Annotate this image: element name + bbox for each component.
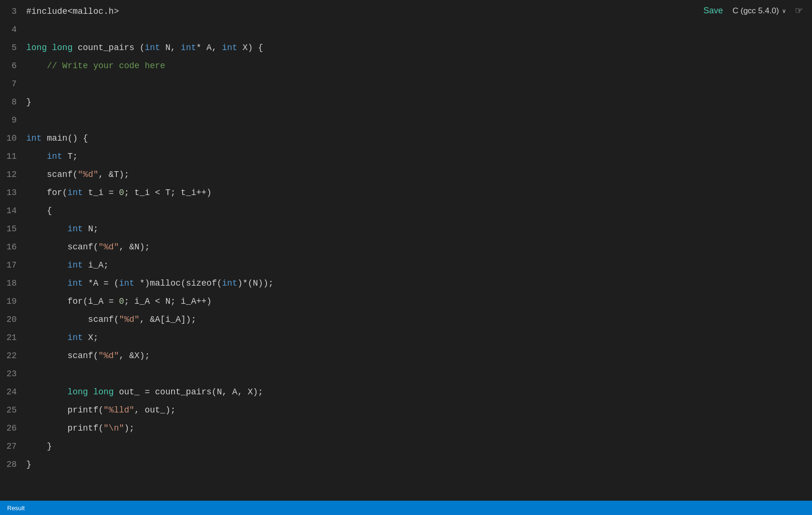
token <box>26 278 67 288</box>
code-line: 24 long long out_ = count_pairs(N, A, X)… <box>0 383 812 401</box>
line-number: 14 <box>0 202 26 220</box>
line-content: int main() { <box>26 129 88 147</box>
code-line: 16 scanf("%d", &N); <box>0 238 812 256</box>
code-line: 5long long count_pairs (int N, int* A, i… <box>0 39 812 57</box>
line-number: 28 <box>0 455 26 474</box>
line-number: 13 <box>0 184 26 202</box>
token: int <box>181 43 196 52</box>
code-line: 20 scanf("%d", &A[i_A]); <box>0 310 812 329</box>
token: "%d" <box>119 315 139 324</box>
line-number: 12 <box>0 165 26 184</box>
code-editor[interactable]: 3#include<malloc.h>45long long count_pai… <box>0 0 812 501</box>
token: "%lld" <box>103 405 134 415</box>
token: int <box>67 333 82 342</box>
token: int <box>222 43 237 52</box>
token: count_pairs ( <box>72 43 144 52</box>
token: int <box>144 43 160 52</box>
token: *)malloc(sizeof( <box>134 278 222 288</box>
token: ); <box>124 423 134 433</box>
code-line: 10int main() { <box>0 129 812 147</box>
code-line: 18 int *A = (int *)malloc(sizeof(int)*(N… <box>0 274 812 292</box>
token: printf( <box>26 405 103 415</box>
line-number: 18 <box>0 274 26 292</box>
token: #include<malloc.h> <box>26 7 119 16</box>
token: X; <box>83 333 98 342</box>
token: } <box>26 460 31 469</box>
line-number: 20 <box>0 310 26 329</box>
token <box>26 260 67 270</box>
token: t_i = <box>83 188 119 197</box>
token <box>26 224 67 234</box>
line-number: 21 <box>0 329 26 347</box>
line-number: 9 <box>0 111 26 129</box>
code-line: 23 <box>0 365 812 383</box>
token: N, <box>160 43 181 52</box>
token: { <box>26 206 52 216</box>
code-line: 12 scanf("%d", &T); <box>0 165 812 184</box>
token: } <box>26 442 52 451</box>
code-line: 4 <box>0 21 812 39</box>
token: N; <box>83 224 98 234</box>
token: int <box>67 278 82 288</box>
code-line: 14 { <box>0 202 812 220</box>
token: *A = ( <box>83 278 119 288</box>
token: 0 <box>119 297 124 306</box>
line-number: 15 <box>0 220 26 238</box>
token: printf( <box>26 423 103 433</box>
code-line: 25 printf("%lld", out_); <box>0 401 812 419</box>
token: // Write your code here <box>47 61 165 71</box>
line-number: 25 <box>0 401 26 419</box>
code-line: 8} <box>0 93 812 111</box>
code-line: 15 int N; <box>0 220 812 238</box>
line-number: 8 <box>0 93 26 111</box>
token: T; <box>62 152 78 161</box>
line-content: scanf("%d", &N); <box>26 238 150 256</box>
token: "%d" <box>78 170 98 179</box>
token: X) { <box>237 43 263 52</box>
line-number: 4 <box>0 21 26 39</box>
token: int <box>47 152 62 161</box>
line-content: scanf("%d", &X); <box>26 347 150 365</box>
code-line: 17 int i_A; <box>0 256 812 274</box>
token: scanf( <box>26 315 119 324</box>
token: "%d" <box>98 242 119 252</box>
line-content: int *A = (int *)malloc(sizeof(int)*(N)); <box>26 274 274 292</box>
line-content: #include<malloc.h> <box>26 2 119 21</box>
token: , out_); <box>134 405 175 415</box>
token: ; t_i < T; t_i++) <box>124 188 212 197</box>
token: , &N); <box>119 242 150 252</box>
line-content: scanf("%d", &T); <box>26 165 129 184</box>
code-line: 26 printf("\n"); <box>0 419 812 437</box>
token: long long <box>26 43 72 52</box>
token: scanf( <box>26 170 78 179</box>
token: i_A; <box>83 260 109 270</box>
token: for( <box>26 188 67 197</box>
code-line: 13 for(int t_i = 0; t_i < T; t_i++) <box>0 184 812 202</box>
token: "%d" <box>98 351 119 360</box>
token: long long <box>67 387 113 397</box>
token: out_ = count_pairs(N, A, X); <box>114 387 263 397</box>
line-number: 3 <box>0 2 26 21</box>
line-number: 27 <box>0 437 26 455</box>
line-content: } <box>26 93 31 111</box>
line-number: 19 <box>0 292 26 310</box>
token: ; i_A < N; i_A++) <box>124 297 212 306</box>
token: for(i_A = <box>26 297 119 306</box>
token <box>26 387 67 397</box>
token: int <box>119 278 134 288</box>
token: int <box>67 224 82 234</box>
line-content: int N; <box>26 220 98 238</box>
status-bar: Result <box>0 501 812 515</box>
line-content: long long out_ = count_pairs(N, A, X); <box>26 383 263 401</box>
line-content: for(int t_i = 0; t_i < T; t_i++) <box>26 184 212 202</box>
line-number: 7 <box>0 75 26 93</box>
line-number: 6 <box>0 57 26 75</box>
code-line: 7 <box>0 75 812 93</box>
line-content: } <box>26 455 31 474</box>
line-content: // Write your code here <box>26 57 165 75</box>
line-content: printf("\n"); <box>26 419 134 437</box>
token: int <box>67 260 82 270</box>
code-line: 3#include<malloc.h> <box>0 2 812 21</box>
code-line: 28} <box>0 455 812 474</box>
token: , &T); <box>98 170 129 179</box>
